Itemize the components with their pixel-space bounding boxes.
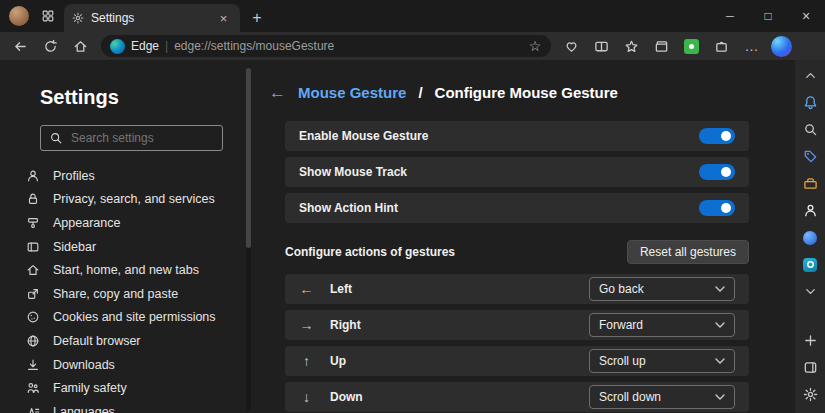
gesture-row-down: ↓ Down Scroll down — [285, 382, 749, 412]
titlebar: Settings × + ─ □ × — [0, 0, 825, 32]
sidebar-item-downloads[interactable]: Downloads — [0, 353, 252, 377]
back-icon[interactable] — [7, 34, 34, 58]
search-settings-box[interactable] — [40, 125, 223, 151]
minimize-button[interactable]: ─ — [711, 0, 749, 32]
tools-icon[interactable] — [798, 171, 822, 196]
profile-avatar[interactable] — [9, 6, 29, 26]
family-icon — [26, 381, 40, 395]
breadcrumb-link[interactable]: Mouse Gesture — [298, 84, 406, 101]
home-icon — [26, 263, 40, 277]
collections-icon[interactable] — [648, 34, 675, 58]
address-bar[interactable]: Edge | edge://settings/mouseGesture ☆ — [101, 35, 551, 57]
sidebar-item-profiles[interactable]: Profiles — [0, 164, 252, 188]
enable-mouse-gesture-toggle[interactable] — [699, 128, 735, 144]
content-area: Settings Profiles Privacy, search, and s… — [0, 60, 825, 413]
shopping-icon[interactable] — [798, 144, 822, 169]
extension-icon[interactable] — [678, 34, 705, 58]
tab-settings[interactable]: Settings × — [64, 4, 240, 32]
chevron-down-icon — [715, 358, 725, 364]
sidebar-item-start-home-new-tabs[interactable]: Start, home, and new tabs — [0, 258, 252, 282]
copilot-icon[interactable] — [771, 36, 792, 57]
chevron-down-icon — [715, 286, 725, 292]
sidebar-items: Profiles Privacy, search, and services A… — [0, 164, 252, 413]
sidebar-panel-icon[interactable] — [798, 355, 822, 380]
sidebar-item-share-copy-paste[interactable]: Share, copy and paste — [0, 282, 252, 306]
settings-sidebar: Settings Profiles Privacy, search, and s… — [0, 60, 252, 413]
sidebar-scrollbar[interactable] — [246, 68, 251, 411]
tab-close-icon[interactable]: × — [215, 10, 232, 27]
reset-all-gestures-button[interactable]: Reset all gestures — [627, 240, 749, 264]
breadcrumb: ← Mouse Gesture / Configure Mouse Gestur… — [269, 84, 749, 101]
edge-logo-icon — [110, 39, 125, 54]
close-button[interactable]: × — [787, 0, 825, 32]
appearance-icon — [26, 216, 40, 230]
arrow-up-icon: ↑ — [299, 353, 314, 369]
sidebar-item-sidebar[interactable]: Sidebar — [0, 235, 252, 259]
favorites-icon[interactable] — [618, 34, 645, 58]
gesture-row-up: ↑ Up Scroll up — [285, 346, 749, 376]
mouse-gesture-panel: ← Mouse Gesture / Configure Mouse Gestur… — [252, 60, 795, 413]
chevron-down-icon[interactable] — [798, 279, 822, 304]
window-controls: ─ □ × — [711, 0, 825, 32]
site-badge-label: Edge — [131, 39, 159, 53]
chevron-down-icon — [715, 394, 725, 400]
show-mouse-track-toggle[interactable] — [699, 164, 735, 180]
settings-gear-icon[interactable] — [798, 382, 822, 407]
outlook-icon[interactable] — [798, 252, 822, 277]
url-text[interactable]: edge://settings/mouseGesture — [174, 39, 517, 53]
sidebar-item-family-safety[interactable]: Family safety — [0, 376, 252, 400]
sidebar-item-cookies-permissions[interactable]: Cookies and site permissions — [0, 306, 252, 330]
section-title: Configure actions of gestures — [285, 245, 455, 259]
back-button[interactable]: ← — [269, 84, 286, 101]
sidebar-item-privacy[interactable]: Privacy, search, and services — [0, 188, 252, 212]
split-screen-icon[interactable] — [588, 34, 615, 58]
gesture-up-action-dropdown[interactable]: Scroll up — [589, 349, 735, 373]
sidebar-item-default-browser[interactable]: Default browser — [0, 329, 252, 353]
plus-icon[interactable] — [798, 328, 822, 353]
more-options-icon[interactable]: … — [738, 34, 765, 58]
language-icon — [26, 405, 40, 413]
extensions-icon[interactable] — [708, 34, 735, 58]
breadcrumb-separator: / — [418, 84, 422, 101]
refresh-icon[interactable] — [37, 34, 64, 58]
arrow-right-icon: → — [299, 317, 314, 333]
favorite-star-icon[interactable]: ☆ — [523, 36, 547, 56]
address-separator: | — [165, 39, 168, 53]
sidebar-title: Settings — [40, 86, 252, 109]
browser-window: Settings × + ─ □ × Edge | edge://setting… — [0, 0, 825, 413]
home-icon[interactable] — [67, 34, 94, 58]
toolbar: Edge | edge://settings/mouseGesture ☆ … — [0, 32, 825, 60]
sidebar-layout-icon — [26, 240, 40, 254]
share-icon — [26, 287, 40, 301]
new-tab-button[interactable]: + — [244, 5, 270, 31]
chevron-down-icon — [715, 322, 725, 328]
sidebar-item-appearance[interactable]: Appearance — [0, 211, 252, 235]
bell-icon[interactable] — [798, 90, 822, 115]
gesture-section-header: Configure actions of gestures Reset all … — [285, 240, 749, 264]
games-icon[interactable] — [798, 225, 822, 250]
download-icon — [26, 358, 40, 372]
enable-mouse-gesture-row: Enable Mouse Gesture — [285, 121, 749, 151]
arrow-down-icon: ↓ — [299, 389, 314, 405]
microsoft-365-icon[interactable] — [798, 198, 822, 223]
chevron-up-icon[interactable] — [798, 63, 822, 88]
gesture-down-action-dropdown[interactable]: Scroll down — [589, 385, 735, 409]
search-icon[interactable] — [798, 117, 822, 142]
tab-title: Settings — [91, 11, 208, 25]
gesture-right-action-dropdown[interactable]: Forward — [589, 313, 735, 337]
maximize-button[interactable]: □ — [749, 0, 787, 32]
gesture-row-left: ← Left Go back — [285, 274, 749, 304]
page-title: Configure Mouse Gesture — [435, 84, 618, 101]
sidebar-item-languages[interactable]: Languages — [0, 400, 252, 413]
show-action-hint-toggle[interactable] — [699, 200, 735, 216]
search-input[interactable] — [71, 131, 214, 145]
edge-sidebar-rail — [795, 60, 825, 413]
globe-icon — [26, 334, 40, 348]
arrow-left-icon: ← — [299, 281, 314, 297]
search-icon — [49, 131, 63, 145]
gesture-left-action-dropdown[interactable]: Go back — [589, 277, 735, 301]
site-badge[interactable]: Edge — [110, 39, 159, 54]
browser-essentials-icon[interactable] — [558, 34, 585, 58]
workspaces-icon[interactable] — [36, 4, 60, 28]
gesture-row-right: → Right Forward — [285, 310, 749, 340]
